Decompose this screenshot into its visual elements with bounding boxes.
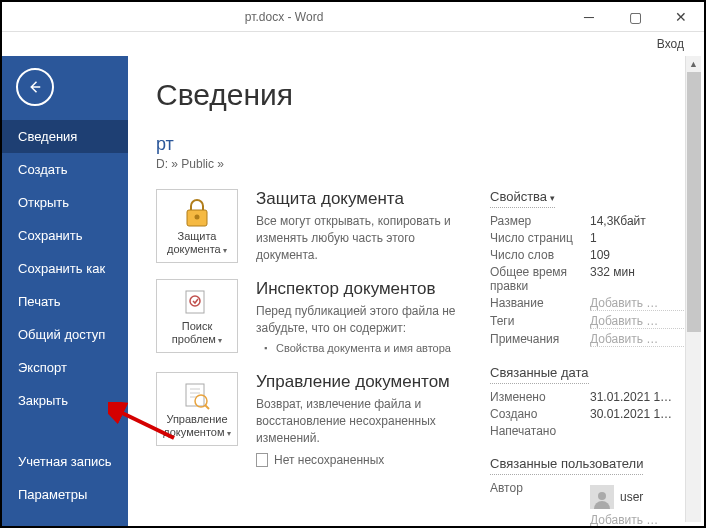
sidebar-item-info[interactable]: Сведения bbox=[2, 120, 128, 153]
date-row: Изменено31.01.2021 1… bbox=[490, 390, 686, 404]
page-title: Сведения bbox=[156, 78, 686, 112]
manage-tile-label: Управление документом bbox=[157, 413, 237, 439]
property-row: ТегиДобавить … bbox=[490, 314, 686, 329]
document-icon bbox=[256, 453, 268, 467]
lock-icon bbox=[183, 196, 211, 230]
no-unsaved-label: Нет несохраненных bbox=[274, 453, 384, 467]
sidebar-item-options[interactable]: Параметры bbox=[2, 478, 128, 511]
svg-point-1 bbox=[195, 214, 200, 219]
maximize-button[interactable]: ▢ bbox=[612, 2, 658, 32]
property-value[interactable]: Добавить … bbox=[590, 296, 686, 311]
property-key: Примечания bbox=[490, 332, 590, 347]
date-key: Напечатано bbox=[490, 424, 590, 438]
file-path[interactable]: D: » Public » bbox=[156, 157, 686, 171]
property-key: Число слов bbox=[490, 248, 590, 262]
property-key: Название bbox=[490, 296, 590, 311]
sidebar-item-new[interactable]: Создать bbox=[2, 153, 128, 186]
property-row: Число слов109 bbox=[490, 248, 686, 262]
manage-doc-icon bbox=[183, 379, 211, 413]
title-bar: pт.docx - Word ─ ▢ ✕ bbox=[2, 2, 704, 32]
inspect-icon bbox=[183, 286, 211, 320]
property-key: Размер bbox=[490, 214, 590, 228]
related-users-heading: Связанные пользователи bbox=[490, 456, 643, 475]
backstage-sidebar: Сведения Создать Открыть Сохранить Сохра… bbox=[2, 56, 128, 526]
property-row: НазваниеДобавить … bbox=[490, 296, 686, 311]
property-row: Размер14,3Кбайт bbox=[490, 214, 686, 228]
scroll-up-arrow-icon[interactable]: ▲ bbox=[686, 56, 701, 72]
sidebar-item-save[interactable]: Сохранить bbox=[2, 219, 128, 252]
inspect-title: Инспектор документов bbox=[256, 279, 466, 299]
date-value: 31.01.2021 1… bbox=[590, 390, 686, 404]
sidebar-item-export[interactable]: Экспорт bbox=[2, 351, 128, 384]
sidebar-item-account[interactable]: Учетная запись bbox=[2, 445, 128, 478]
author-label: Автор bbox=[490, 481, 590, 526]
sidebar-item-saveas[interactable]: Сохранить как bbox=[2, 252, 128, 285]
date-key: Изменено bbox=[490, 390, 590, 404]
properties-panel: Свойства Размер14,3КбайтЧисло страниц1Чи… bbox=[476, 189, 686, 526]
property-value[interactable]: Добавить … bbox=[590, 314, 686, 329]
property-row: ПримечанияДобавить … bbox=[490, 332, 686, 347]
property-key: Общее время правки bbox=[490, 265, 590, 293]
sidebar-item-close[interactable]: Закрыть bbox=[2, 384, 128, 417]
date-row: Напечатано bbox=[490, 424, 686, 438]
add-author[interactable]: Добавить … bbox=[590, 513, 686, 526]
vertical-scrollbar[interactable]: ▲ bbox=[685, 56, 701, 522]
svg-point-6 bbox=[598, 492, 606, 500]
sign-in-link[interactable]: Вход bbox=[657, 37, 684, 51]
manage-desc: Возврат, извлечение файла и восстановлен… bbox=[256, 396, 466, 446]
property-value: 109 bbox=[590, 248, 686, 262]
back-button[interactable] bbox=[16, 68, 54, 106]
date-value: 30.01.2021 1… bbox=[590, 407, 686, 421]
property-value: 332 мин bbox=[590, 265, 686, 293]
window-title: pт.docx - Word bbox=[2, 10, 566, 24]
check-issues-button[interactable]: Поиск проблем bbox=[156, 279, 238, 353]
sidebar-item-open[interactable]: Открыть bbox=[2, 186, 128, 219]
property-value: 14,3Кбайт bbox=[590, 214, 686, 228]
protect-document-button[interactable]: Защита документа bbox=[156, 189, 238, 263]
protect-title: Защита документа bbox=[256, 189, 466, 209]
sidebar-item-print[interactable]: Печать bbox=[2, 285, 128, 318]
content-area: Сведения рт D: » Public » Защита докумен… bbox=[128, 56, 704, 526]
scroll-thumb[interactable] bbox=[687, 72, 701, 332]
close-window-button[interactable]: ✕ bbox=[658, 2, 704, 32]
file-name: рт bbox=[156, 134, 686, 155]
property-value[interactable]: Добавить … bbox=[590, 332, 686, 347]
author-name: user bbox=[620, 490, 643, 504]
minimize-button[interactable]: ─ bbox=[566, 2, 612, 32]
inspect-bullet: Свойства документа и имя автора bbox=[256, 341, 466, 356]
manage-title: Управление документом bbox=[256, 372, 466, 392]
avatar-icon bbox=[590, 485, 614, 509]
date-value bbox=[590, 424, 686, 438]
property-row: Общее время правки332 мин bbox=[490, 265, 686, 293]
property-row: Число страниц1 bbox=[490, 231, 686, 245]
manage-document-button[interactable]: Управление документом bbox=[156, 372, 238, 446]
property-value: 1 bbox=[590, 231, 686, 245]
properties-heading[interactable]: Свойства bbox=[490, 189, 555, 208]
inspect-tile-label: Поиск проблем bbox=[157, 320, 237, 346]
date-key: Создано bbox=[490, 407, 590, 421]
date-row: Создано30.01.2021 1… bbox=[490, 407, 686, 421]
sidebar-item-share[interactable]: Общий доступ bbox=[2, 318, 128, 351]
property-key: Теги bbox=[490, 314, 590, 329]
inspect-desc: Перед публикацией этого файла не забудьт… bbox=[256, 303, 466, 337]
property-key: Число страниц bbox=[490, 231, 590, 245]
related-dates-heading: Связанные дата bbox=[490, 365, 589, 384]
protect-desc: Все могут открывать, копировать и изменя… bbox=[256, 213, 466, 263]
arrow-left-icon bbox=[26, 78, 44, 96]
protect-tile-label: Защита документа bbox=[157, 230, 237, 256]
